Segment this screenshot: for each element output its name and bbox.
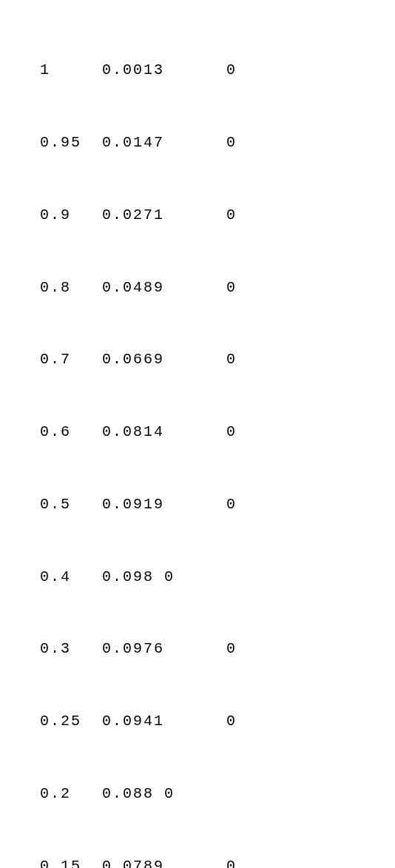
- data-row: 0.3 0.0976 0: [40, 637, 395, 662]
- data-row: 0.8 0.0489 0: [40, 276, 395, 300]
- data-row: 0.2 0.088 0: [40, 782, 395, 807]
- data-row: 0.6 0.0814 0: [40, 420, 395, 445]
- data-row: 0.7 0.0669 0: [40, 348, 395, 372]
- data-row: 0.5 0.0919 0: [40, 493, 395, 517]
- data-row: 0.4 0.098 0: [40, 565, 395, 590]
- data-row: 1 0.0013 0: [40, 58, 395, 83]
- data-row: 0.9 0.0271 0: [40, 203, 395, 228]
- data-row: 0.95 0.0147 0: [40, 131, 395, 155]
- data-row: 0.25 0.0941 0: [40, 710, 395, 734]
- data-table: 1 0.0013 0 0.95 0.0147 0 0.9 0.0271 0 0.…: [0, 0, 395, 868]
- data-row: 0.15 0.0789 0: [40, 855, 395, 868]
